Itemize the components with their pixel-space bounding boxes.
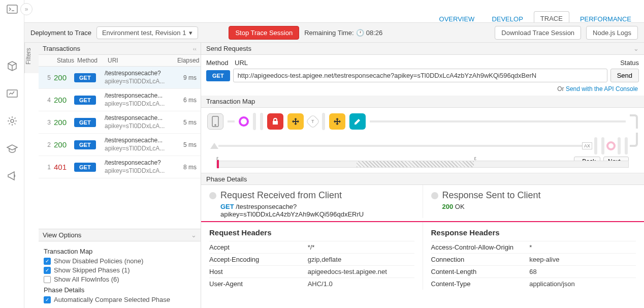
timeline: ε ε ‹ Back Next › <box>201 158 644 173</box>
send-button[interactable]: Send <box>610 69 639 82</box>
flow-end-node[interactable] <box>606 141 616 150</box>
trace-toolbar: Deployment to Trace Environment test, Re… <box>24 22 644 43</box>
table-row[interactable]: 1401GET/testresponsecache?apikey=sTl0DDx… <box>39 156 201 178</box>
view-map-heading: Transaction Map <box>44 248 196 255</box>
stop-trace-button[interactable]: Stop Trace Session <box>229 26 299 40</box>
flow-bar <box>625 137 628 155</box>
download-trace-button[interactable]: Download Trace Session <box>495 26 581 40</box>
left-rail <box>0 0 24 308</box>
phase-details: Request Received from Client GET /testre… <box>201 185 644 218</box>
transactions-list: 5200GET/testresponsecache?apikey=sTl0DDx… <box>39 67 201 229</box>
opt-flowinfos[interactable]: Show All FlowInfos (6) <box>44 275 196 283</box>
method-badge[interactable]: GET <box>206 70 230 81</box>
url-input[interactable] <box>233 69 607 82</box>
terminal-icon[interactable] <box>6 3 18 15</box>
ax-badge[interactable]: AX <box>582 142 592 149</box>
flow-bar <box>253 113 256 130</box>
flow-corner <box>630 114 638 129</box>
view-options: View Options⌄ Transaction Map ✓Show Disa… <box>39 229 201 308</box>
expand-rail-button[interactable]: » <box>20 3 33 15</box>
request-headers-title: Request Headers <box>209 228 414 237</box>
deployment-label: Deployment to Trace <box>30 29 91 37</box>
table-row[interactable]: 2200GET/testresponsecache...apikey=sTl0D… <box>39 134 201 156</box>
svg-rect-0 <box>7 5 17 13</box>
flow-start-node[interactable] <box>239 116 249 127</box>
gear-icon[interactable] <box>6 115 18 127</box>
response-phase-title: Response Sent to Client <box>431 190 636 201</box>
policy-route-icon[interactable] <box>287 113 304 130</box>
view-phase-heading: Phase Details <box>44 286 196 294</box>
policy-route-icon[interactable] <box>329 113 345 130</box>
chevron-down-icon: ▾ <box>189 29 192 37</box>
transactions-panel: Transactions ‹‹ Status Method URI Elapse… <box>39 43 201 308</box>
request-phase-title: Request Received from Client <box>209 190 414 201</box>
policy-assign-icon[interactable] <box>349 113 366 130</box>
table-row[interactable]: 5200GET/testresponsecache?apikey=sTl0DDx… <box>39 67 201 89</box>
method-label: Method <box>206 59 229 67</box>
status-label: Status <box>620 59 639 67</box>
box-icon[interactable] <box>6 60 18 72</box>
transaction-map-header: Transaction Map <box>201 96 644 108</box>
opt-disabled-policies[interactable]: ✓Show Disabled Policies (none) <box>44 257 196 265</box>
api-console-link-row: Or Send with the API Console <box>201 83 644 96</box>
table-row[interactable]: 4200GET/testresponsecache...apikey=sTl0D… <box>39 89 201 111</box>
send-requests-header: Send Requests ⌄ <box>201 43 644 55</box>
collapse-icon[interactable]: ‹‹ <box>193 46 197 52</box>
url-label: URL <box>235 59 248 67</box>
transactions-columns: Status Method URI Elapsed <box>39 55 201 67</box>
flow-bar <box>618 137 621 155</box>
graduation-icon[interactable] <box>6 142 18 155</box>
main-panel: Send Requests ⌄ Method URL Status GET Se… <box>201 43 644 308</box>
svg-point-2 <box>11 119 14 122</box>
client-icon[interactable] <box>207 113 223 130</box>
megaphone-icon[interactable] <box>6 170 18 182</box>
phase-details-header: Phase Details <box>201 173 644 185</box>
environment-select[interactable]: Environment test, Revision 1▾ <box>96 26 198 39</box>
flow-bar <box>260 113 263 130</box>
flow-bar <box>322 113 325 130</box>
expand-icon[interactable]: ⌄ <box>191 231 197 239</box>
transaction-map: T AX <box>201 108 644 158</box>
request-headers-table: Accept*/*Accept-Encodinggzip,deflateHost… <box>209 241 414 290</box>
flow-bar <box>594 137 597 155</box>
flow-bar <box>601 137 604 155</box>
clock-icon: 🕐 <box>356 29 364 37</box>
response-headers-title: Response Headers <box>431 228 636 237</box>
policy-t-node[interactable]: T <box>306 114 320 129</box>
policy-lock-icon[interactable] <box>267 113 283 130</box>
analytics-icon[interactable] <box>6 87 18 100</box>
table-row[interactable]: 3200GET/testresponsecache...apikey=sTl0D… <box>39 111 201 134</box>
api-console-link[interactable]: Send with the API Console <box>566 85 638 93</box>
filters-tab[interactable]: Filters <box>24 43 39 73</box>
remaining-time: Remaining Time: 🕐 08:26 <box>304 29 382 37</box>
timeline-track[interactable] <box>216 161 629 168</box>
opt-skipped-phases[interactable]: ✓Show Skipped Phases (1) <box>44 266 196 274</box>
svg-rect-3 <box>212 116 218 127</box>
expand-icon[interactable]: ⌄ <box>633 45 639 52</box>
response-headers-table: Access-Control-Allow-Origin*Connectionke… <box>431 241 636 290</box>
nodejs-logs-button[interactable]: Node.js Logs <box>586 26 638 40</box>
timeline-cursor[interactable] <box>217 160 219 168</box>
svg-point-4 <box>215 125 216 126</box>
transactions-header: Transactions ‹‹ <box>39 43 201 55</box>
opt-auto-compare[interactable]: ✓Automatically Compare Selected Phase <box>44 296 196 303</box>
return-arrow-icon <box>210 143 218 149</box>
